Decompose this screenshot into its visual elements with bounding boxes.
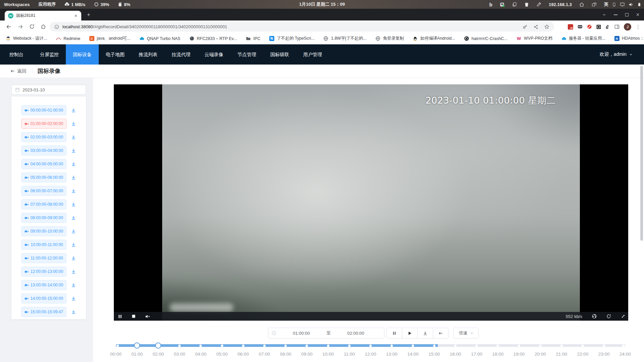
window-minimize-button[interactable]: [614, 14, 617, 15]
pause-icon[interactable]: [118, 314, 122, 319]
segment-button[interactable]: 06:00:00-07:00:00: [21, 186, 66, 196]
date-picker-input[interactable]: 2023-01-10: [11, 85, 86, 95]
phone-link-icon[interactable]: [612, 2, 616, 7]
bookmark-item[interactable]: Webstack - 设计...: [5, 36, 47, 41]
segment-download-button[interactable]: [71, 229, 76, 234]
color-picker-tray-icon[interactable]: [537, 2, 541, 7]
share-icon[interactable]: [534, 25, 538, 29]
tab-search-icon[interactable]: [602, 13, 606, 16]
segment-button[interactable]: 13:00:00-14:00:00: [21, 280, 66, 290]
back-button[interactable]: 返回: [10, 68, 27, 74]
segment-download-button[interactable]: [71, 108, 76, 113]
bookmark-item[interactable]: 知了不起的 TypeScri...: [269, 36, 315, 41]
segment-button[interactable]: 03:00:00-04:00:00: [21, 146, 66, 156]
bookmark-item[interactable]: IPC: [246, 36, 261, 41]
volume-muted-icon[interactable]: [145, 314, 150, 319]
profile-avatar[interactable]: J: [624, 23, 631, 31]
timeline[interactable]: 00:0001:0002:0003:0004:0005:0006:0007:00…: [116, 342, 625, 362]
workspaces-tray-icon[interactable]: [592, 2, 597, 7]
segment-button[interactable]: 11:00:00-12:00:00: [21, 253, 66, 263]
segment-download-button[interactable]: [71, 161, 76, 167]
volume-icon[interactable]: [629, 2, 634, 7]
segment-button[interactable]: 04:00:00-05:00:00: [21, 159, 66, 169]
bookmark-item[interactable]: 免登录复制: [375, 36, 404, 41]
segment-download-button[interactable]: [71, 269, 76, 274]
browser-tab[interactable]: 国标28181 ×: [5, 11, 81, 21]
segment-download-button[interactable]: [71, 148, 76, 153]
bookmark-item[interactable]: hairrrrr/C-CrashC...: [464, 36, 507, 41]
segment-button[interactable]: 14:00:00-15:00:00: [21, 293, 66, 304]
nav-tab-4[interactable]: 推流列表: [132, 44, 165, 65]
bookmark-item[interactable]: NHDAtmos :: 种子 *...: [614, 36, 644, 41]
battery-icon[interactable]: [637, 2, 641, 7]
nav-tab-1[interactable]: 分屏监控: [33, 44, 66, 65]
coffee-tray-icon[interactable]: [524, 2, 529, 7]
home-icon[interactable]: [41, 24, 46, 29]
nav-tab-2[interactable]: 国标设备: [66, 44, 99, 65]
user-menu[interactable]: 欢迎，admin: [600, 44, 644, 65]
sidebar-toggle-icon[interactable]: [614, 24, 619, 29]
pause-button[interactable]: [386, 328, 402, 338]
nav-tab-0[interactable]: 控制台: [0, 44, 33, 65]
segment-button[interactable]: 09:00:00-10:00:00: [21, 226, 66, 236]
seek-back-button[interactable]: [433, 328, 449, 338]
address-bar[interactable]: localhost:38080/#/gbRecordDetail/3402000…: [50, 22, 554, 32]
incognito-extension-icon[interactable]: [578, 24, 583, 29]
bookmark-star-icon[interactable]: [544, 24, 549, 29]
download-button[interactable]: [417, 328, 433, 338]
tab-close-icon[interactable]: ×: [73, 13, 79, 18]
bookmark-item[interactable]: RFC2833 – RTP Ev...: [189, 36, 237, 41]
end-time-value[interactable]: 02:00:00: [331, 331, 381, 336]
ip-address-indicator[interactable]: 192.168.1.3: [549, 2, 572, 7]
start-time-value[interactable]: 01:00:00: [276, 331, 326, 336]
shutter-settings-icon[interactable]: [592, 314, 597, 319]
segment-button[interactable]: 12:00:00-13:00:00: [21, 267, 66, 277]
video-player[interactable]: 2023-01-10 01:00:00 星期二 552 kb/s: [114, 84, 628, 321]
bing-tray-icon[interactable]: b: [489, 2, 492, 7]
segment-button[interactable]: 05:00:00-06:00:00: [21, 172, 66, 183]
segment-button[interactable]: 10:00:00-11:00:00: [21, 240, 66, 250]
clipboard-tray-icon[interactable]: [512, 2, 517, 7]
nav-tab-8[interactable]: 国标级联: [263, 44, 296, 65]
segment-button[interactable]: 07:00:00-08:00:00: [21, 199, 66, 209]
nav-tab-3[interactable]: 电子地图: [99, 44, 132, 65]
segment-button[interactable]: 00:00:00-01:00:00: [21, 105, 66, 115]
bookmark-item[interactable]: WWVP-PRO文档: [516, 36, 552, 41]
reload-icon[interactable]: [29, 24, 35, 29]
nav-tab-5[interactable]: 拉流代理: [165, 44, 197, 65]
stop-icon[interactable]: [132, 314, 136, 318]
input-method-indicator[interactable]: 英: [604, 1, 608, 7]
blocker-extension-icon[interactable]: [587, 24, 592, 29]
notes-tray-icon[interactable]: [500, 2, 505, 7]
timeline-handle-end[interactable]: [155, 343, 161, 349]
cpu-usage-indicator[interactable]: 39%: [94, 2, 109, 7]
segment-download-button[interactable]: [71, 296, 76, 301]
timeline-handle-start[interactable]: [134, 343, 140, 349]
bookmark-item[interactable]: 服务器 - 轻量应用...: [561, 36, 605, 41]
page-scrollbar[interactable]: [640, 66, 643, 241]
url-text[interactable]: localhost:38080/#/gbRecordDetail/3402000…: [62, 24, 227, 29]
forward-icon[interactable]: [17, 24, 23, 30]
time-range-input[interactable]: 01:00:00 至 02:00:00: [268, 328, 384, 338]
segment-download-button[interactable]: [71, 309, 76, 315]
segment-button[interactable]: 02:00:00-03:00:00: [21, 132, 66, 142]
segment-download-button[interactable]: [71, 175, 76, 180]
playback-speed-dropdown[interactable]: 倍速: [453, 328, 479, 338]
screenshot-extension-icon[interactable]: [596, 25, 601, 29]
memory-usage-indicator[interactable]: 8%: [118, 2, 130, 7]
segment-download-button[interactable]: [71, 121, 76, 126]
play-button[interactable]: [402, 328, 418, 338]
site-info-icon[interactable]: [54, 25, 59, 29]
nav-tab-6[interactable]: 云端录像: [197, 44, 230, 65]
nav-tab-9[interactable]: 用户管理: [296, 44, 329, 65]
segment-download-button[interactable]: [71, 188, 76, 194]
refresh-icon[interactable]: [606, 314, 611, 319]
home-tray-icon[interactable]: [579, 2, 584, 7]
extensions-puzzle-icon[interactable]: [605, 25, 610, 29]
display-icon[interactable]: [620, 2, 625, 7]
segment-button[interactable]: 15:00:00-15:09:47: [21, 307, 66, 317]
segment-download-button[interactable]: [71, 134, 76, 140]
segment-download-button[interactable]: [71, 242, 76, 247]
bookmark-item[interactable]: Cjava、android可...: [89, 36, 130, 41]
segment-download-button[interactable]: [71, 255, 76, 261]
